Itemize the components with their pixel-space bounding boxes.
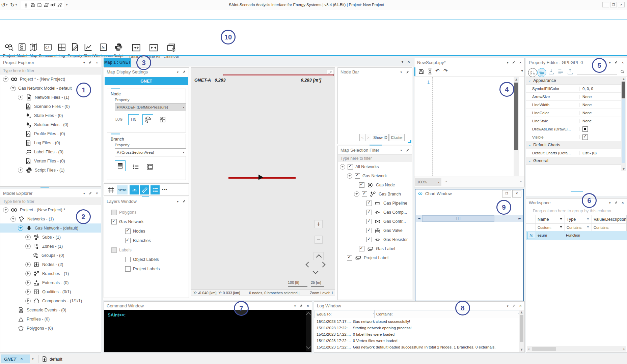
property-row[interactable]: LineWidthNone: [526, 101, 621, 109]
flow-arrow-button[interactable]: [130, 185, 139, 194]
expander-icon[interactable]: [18, 168, 23, 173]
save-icon[interactable]: [30, 2, 35, 8]
property-row[interactable]: LineColorNone: [526, 109, 621, 117]
property-row[interactable]: DrawAsLine (DrawLi...: [526, 125, 621, 133]
doc-tab-list-icon[interactable]: ▾: [402, 60, 403, 64]
tree-item[interactable]: All Networks: [338, 162, 412, 171]
checklist-button[interactable]: [144, 161, 155, 172]
tree-item[interactable]: Gas Valve: [338, 226, 412, 235]
chart-close-button[interactable]: ✕: [512, 190, 521, 198]
property-row[interactable]: ArrowSizeNone: [526, 93, 621, 101]
save-run-icon[interactable]: [37, 2, 42, 8]
log-scrollbar[interactable]: ▲ ▼: [519, 310, 524, 352]
panel-menu-icon[interactable]: ▾: [400, 149, 402, 152]
run-script-icon[interactable]: [427, 68, 433, 75]
chart-hscrollbar[interactable]: ◄ | | | ►: [416, 215, 523, 222]
layer-item-gas-network[interactable]: Gas Network: [104, 217, 189, 226]
scrollbar-thumb[interactable]: [514, 83, 518, 150]
checkbox[interactable]: [366, 237, 372, 242]
console-scrollbar[interactable]: [306, 311, 311, 351]
layer-item-project-labels[interactable]: Project Labels: [104, 264, 189, 274]
tree-item[interactable]: Gas Node: [338, 180, 412, 189]
property-group[interactable]: ⌄Appearance: [526, 77, 621, 85]
expander-icon[interactable]: [25, 244, 31, 249]
tree-item[interactable]: State Files - (0): [0, 111, 101, 120]
panel-menu-icon[interactable]: ▾: [83, 61, 85, 64]
tree-item[interactable]: Profile Files - (0): [0, 129, 101, 138]
lin-scale-button[interactable]: LIN: [128, 114, 139, 125]
pin-icon[interactable]: [405, 148, 409, 152]
ribbon-close-all-button[interactable]: Close All: [164, 42, 179, 59]
ribbon-hide-all-button[interactable]: Hide All: [147, 42, 160, 59]
pin-icon[interactable]: [405, 70, 409, 74]
group-by-bar[interactable]: Drag column here to group by this column…: [526, 207, 627, 215]
tree-item[interactable]: Zones - (1): [0, 242, 101, 251]
tree-item[interactable]: Label Files - (0): [0, 147, 101, 156]
close-window-button[interactable]: ✕: [618, 2, 625, 7]
checkbox[interactable]: [366, 228, 372, 233]
checkbox[interactable]: [125, 266, 131, 272]
layer-item-labels[interactable]: Labels: [104, 245, 189, 255]
checkbox[interactable]: [111, 219, 117, 224]
zoom-in-button[interactable]: +: [315, 220, 323, 228]
network-tab-dropdown-icon[interactable]: ▾: [32, 357, 34, 361]
property-group[interactable]: ⌄Default Charts: [526, 141, 621, 149]
editor-scrollbar[interactable]: ▲: [514, 77, 519, 176]
editor-zoom-dropdown[interactable]: 100%▾: [415, 178, 441, 186]
expand-all-icon[interactable]: [567, 68, 574, 75]
ruler-button[interactable]: [140, 185, 149, 194]
restore-button[interactable]: ❐: [610, 2, 617, 7]
log-filter-time[interactable]: EqualTo:: [315, 310, 378, 318]
redo-icon[interactable]: ↷: [443, 68, 448, 74]
tree-item[interactable]: Gas Contr...: [338, 217, 412, 226]
hourglass-icon[interactable]: [23, 2, 29, 8]
quick-access-overflow-icon[interactable]: ▾: [66, 3, 67, 6]
cluster-button[interactable]: Cluster: [389, 134, 405, 141]
pin-icon[interactable]: [182, 200, 186, 204]
filter-cell-type[interactable]: Contains:: [565, 224, 592, 231]
close-network-icon[interactable]: [50, 2, 56, 8]
map-document-tab[interactable]: Map 1 : GNET: [104, 58, 131, 67]
layer-item-object-labels[interactable]: Object Labels: [104, 255, 189, 264]
tree-item[interactable]: Gas Branch: [338, 189, 412, 199]
layer-item-nodes[interactable]: Nodes: [104, 226, 189, 236]
panel-menu-icon[interactable]: ▾: [507, 304, 509, 308]
checkbox[interactable]: [362, 191, 367, 197]
close-icon[interactable]: ✕: [621, 201, 624, 205]
tree-item[interactable]: Log Files - (0): [0, 138, 101, 147]
checkbox[interactable]: [125, 257, 131, 262]
checkbox[interactable]: [125, 238, 131, 243]
close-icon[interactable]: ✕: [96, 61, 98, 64]
layer-item-polygons[interactable]: Polygons: [104, 208, 189, 217]
checkbox[interactable]: [125, 229, 131, 234]
pin-icon[interactable]: [88, 191, 92, 195]
checkbox[interactable]: [366, 219, 372, 224]
tree-item[interactable]: Branches - (1): [0, 269, 101, 278]
checkbox[interactable]: [355, 173, 360, 179]
expander-icon[interactable]: [18, 95, 23, 100]
log-filter-message[interactable]: Contains:: [374, 310, 523, 318]
panel-menu-icon[interactable]: ▾: [83, 192, 85, 195]
panel-menu-icon[interactable]: ▾: [294, 304, 296, 308]
property-row[interactable]: SymbolFillColor0, 0, 0: [526, 85, 621, 93]
expander-icon[interactable]: [10, 216, 16, 222]
pan-up-button[interactable]: [314, 252, 324, 260]
sort-alphabetical-icon[interactable]: [528, 68, 537, 77]
scenario-doc-icon[interactable]: [44, 2, 49, 8]
pan-down-button[interactable]: [313, 269, 319, 274]
redo-dropdown-icon[interactable]: ▾: [16, 3, 17, 6]
expander-icon[interactable]: [18, 225, 23, 231]
column-header-value[interactable]: Value/Description: [592, 215, 627, 224]
time-button[interactable]: 12:00: [117, 185, 128, 194]
tree-item[interactable]: Scenario Events - (0): [0, 305, 101, 314]
pin-icon[interactable]: [182, 70, 186, 74]
scrollbar-thumb[interactable]: [532, 347, 556, 351]
tree-item[interactable]: Qualities - (0/1): [0, 287, 101, 296]
tree-item[interactable]: Vertex Files - (0): [0, 156, 101, 165]
property-scrollbar[interactable]: ▲ ▼: [621, 77, 626, 171]
log-row[interactable]: 15/11/2023 17:22:... 0 label files were …: [317, 332, 394, 336]
tree-item[interactable]: Project Label: [338, 253, 412, 262]
checkbox[interactable]: [359, 246, 364, 251]
checkbox-checked[interactable]: [582, 134, 588, 140]
tree-item[interactable]: Script Files - (1): [0, 165, 101, 175]
